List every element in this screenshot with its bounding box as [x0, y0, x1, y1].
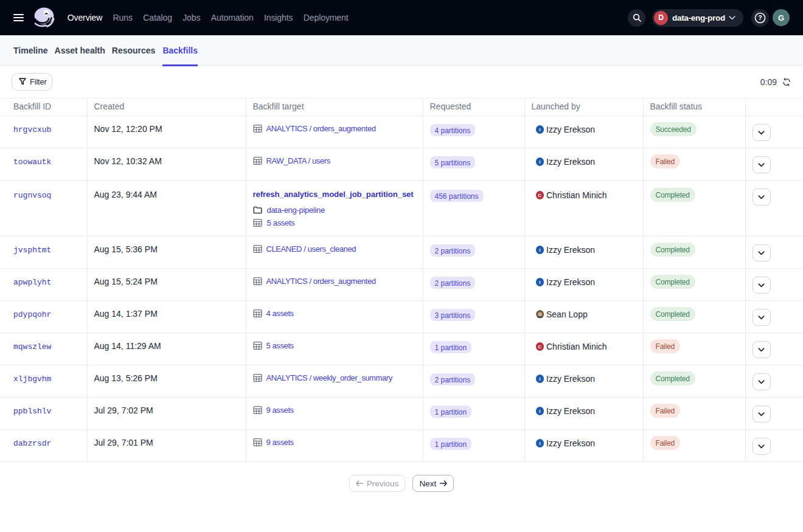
svg-text:?: ? [758, 14, 762, 21]
